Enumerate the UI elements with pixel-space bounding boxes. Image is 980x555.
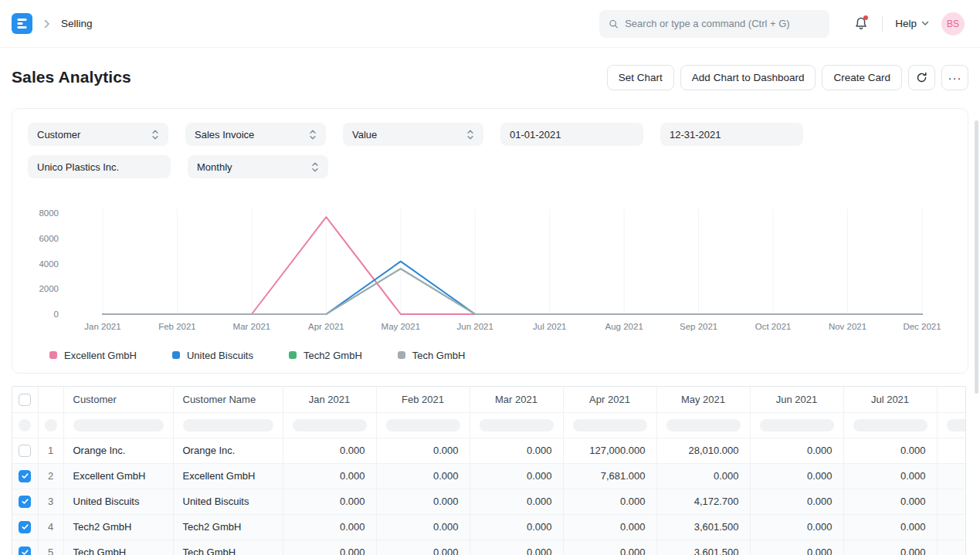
column-filter-cell[interactable] (563, 412, 656, 438)
series-line (103, 269, 922, 314)
tree-type-select[interactable]: Customer (28, 123, 168, 146)
check-icon (21, 548, 29, 555)
add-chart-to-dashboard-button[interactable]: Add Chart to Dashboard (680, 65, 816, 90)
x-axis-tick: Jun 2021 (457, 322, 493, 331)
value-cell: 3,601.500 (656, 514, 750, 540)
check-icon (21, 472, 29, 480)
column-header-jun-2021[interactable]: Jun 2021 (750, 387, 843, 412)
y-axis-tick: 6000 (39, 234, 59, 243)
legend-dot-icon (172, 351, 180, 359)
column-header-feb-2021[interactable]: Feb 2021 (376, 387, 470, 412)
x-axis-tick: Feb 2021 (158, 322, 196, 331)
search-input[interactable] (625, 18, 820, 29)
row-checkbox[interactable] (19, 496, 31, 508)
column-filter-input[interactable] (386, 419, 460, 431)
column-filter-cell[interactable] (656, 412, 750, 438)
value-cell: 0.000 (750, 463, 843, 489)
select-chevrons-icon (466, 129, 474, 140)
value-cell: 0.000 (376, 514, 470, 540)
column-filter-cell[interactable] (173, 412, 283, 438)
column-filter-input[interactable] (573, 419, 647, 431)
column-filter-input[interactable] (45, 419, 57, 431)
value-quantity-select[interactable]: Value (343, 123, 483, 146)
breadcrumb[interactable]: Selling (61, 18, 93, 29)
refresh-icon (916, 72, 927, 83)
legend-label: United Biscuits (187, 350, 253, 361)
value-cell: 0.000 (376, 463, 470, 489)
global-search[interactable] (599, 10, 829, 38)
legend-label: Tech GmbH (412, 350, 466, 361)
set-chart-button[interactable]: Set Chart (607, 65, 674, 90)
column-header-customer[interactable]: Customer (63, 387, 173, 412)
spacer-cell (937, 438, 966, 463)
column-filter-input[interactable] (853, 419, 927, 431)
column-filter-cell[interactable] (376, 412, 470, 438)
column-filter-cell[interactable] (843, 412, 937, 438)
doctype-select[interactable]: Sales Invoice (185, 123, 326, 146)
customer-filter-value: Unico Plastics Inc. (37, 161, 119, 173)
row-checkbox[interactable] (19, 547, 31, 555)
value-cell: 0.000 (843, 463, 937, 489)
value-cell: 28,010.000 (656, 438, 750, 463)
sales-line-chart: 02000400060008000Jan 2021Feb 2021Mar 202… (28, 206, 980, 339)
select-chevrons-icon (309, 129, 317, 140)
column-filter-input[interactable] (73, 419, 164, 431)
column-filter-cell[interactable] (12, 412, 38, 438)
table-row: 5Tech GmbHTech GmbH0.0000.0000.0000.0003… (12, 540, 966, 555)
row-checkbox[interactable] (19, 521, 31, 533)
column-filter-input[interactable] (947, 419, 967, 431)
value-cell: 0.000 (283, 540, 376, 555)
select-all-checkbox[interactable] (19, 394, 31, 406)
row-checkbox[interactable] (19, 445, 31, 457)
legend-item: United Biscuits (172, 350, 253, 361)
x-axis-tick: Jan 2021 (84, 322, 120, 331)
row-select-cell (12, 540, 38, 555)
customer-filter-input[interactable]: Unico Plastics Inc. (28, 155, 171, 178)
column-header-mar-2021[interactable]: Mar 2021 (470, 387, 563, 412)
value-cell: 0.000 (376, 540, 470, 555)
notifications-button[interactable] (853, 15, 870, 32)
column-filter-cell[interactable] (750, 412, 843, 438)
column-header-may-2021[interactable]: May 2021 (656, 387, 750, 412)
customer-name-cell: Tech GmbH (173, 540, 283, 555)
check-icon (21, 523, 29, 531)
column-filter-input[interactable] (666, 419, 741, 431)
x-axis-tick: Oct 2021 (755, 322, 792, 331)
column-header-customer-name[interactable]: Customer Name (173, 387, 283, 412)
table-row: 1Orange Inc.Orange Inc.0.0000.0000.00012… (12, 438, 966, 463)
column-filter-input[interactable] (480, 419, 554, 431)
column-filter-input[interactable] (183, 419, 273, 431)
column-header-jul-2021[interactable]: Jul 2021 (843, 387, 937, 412)
range-select[interactable]: Monthly (188, 155, 328, 178)
app-logo[interactable] (12, 13, 32, 34)
menu-button[interactable]: ··· (941, 65, 968, 90)
x-axis-tick: Mar 2021 (233, 322, 271, 331)
row-checkbox[interactable] (19, 470, 31, 482)
customer-cell: Tech2 GmbH (63, 514, 173, 540)
legend-item: Excellent GmbH (49, 350, 137, 361)
column-filter-cell[interactable] (38, 412, 63, 438)
column-filter-input[interactable] (19, 419, 31, 431)
create-card-button[interactable]: Create Card (822, 65, 902, 90)
row-number-cell: 4 (38, 514, 63, 540)
x-axis-tick: Jul 2021 (533, 322, 566, 331)
to-date-input[interactable]: 12-31-2021 (660, 123, 803, 146)
column-filter-cell[interactable] (470, 412, 563, 438)
row-number-cell: 5 (38, 540, 63, 555)
table-body: 1Orange Inc.Orange Inc.0.0000.0000.00012… (12, 438, 966, 555)
refresh-button[interactable] (908, 65, 935, 90)
x-axis-tick: Sep 2021 (680, 322, 717, 331)
value-cell: 0.000 (470, 489, 563, 514)
page-scrollbar[interactable] (975, 120, 978, 394)
column-header-jan-2021[interactable]: Jan 2021 (283, 387, 376, 412)
column-filter-cell[interactable] (63, 412, 173, 438)
help-menu[interactable]: Help (895, 18, 929, 29)
column-header-apr-2021[interactable]: Apr 2021 (563, 387, 656, 412)
column-filter-input[interactable] (293, 419, 367, 431)
column-filter-cell[interactable] (937, 412, 966, 438)
from-date-input[interactable]: 01-01-2021 (500, 123, 643, 146)
page: Selling Help (0, 0, 980, 555)
user-avatar[interactable]: BS (941, 12, 965, 36)
column-filter-input[interactable] (760, 419, 834, 431)
column-filter-cell[interactable] (283, 412, 376, 438)
